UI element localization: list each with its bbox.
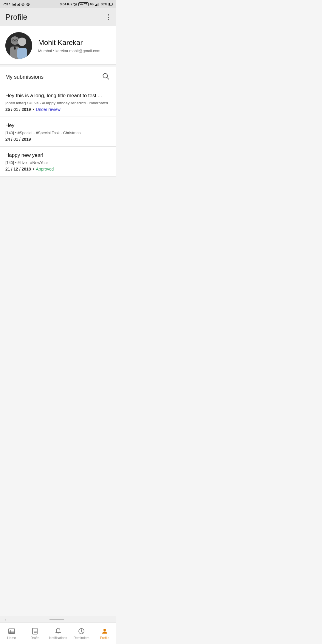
submission-status-3: Approved (36, 167, 54, 171)
profile-info: Mohit Karekar Mumbai • karekar.mohit@gma… (38, 38, 111, 53)
profile-meta: Mumbai • karekar.mohit@gmail.com (38, 49, 111, 53)
submission-title-2: Hey (5, 122, 111, 129)
sim-icon (13, 3, 16, 6)
submission-meta-3: [140] • #Live - #NewYear (5, 160, 111, 165)
submission-date-1: 25 / 01 / 2019 • Under review (5, 107, 111, 112)
submission-item-3[interactable]: Happy new year! [140] • #Live - #NewYear… (0, 147, 116, 177)
submission-category-3: [140] (5, 160, 14, 165)
media-icon (21, 3, 25, 6)
search-button[interactable] (101, 71, 111, 83)
network-speed: 3.04 K/s (60, 2, 72, 6)
status-left: 7:37 (3, 2, 30, 6)
profile-section: Mohit Karekar Mumbai • karekar.mohit@gma… (0, 26, 116, 65)
submission-meta-1: [open letter] • #Live - #HappyBirthdayBe… (5, 101, 111, 105)
submission-item-1[interactable]: Hey this is a long, long title meant to … (0, 87, 116, 117)
sim2-icon (17, 3, 20, 6)
submission-item-2[interactable]: Hey [140] • #Special - #Special Task - C… (0, 117, 116, 147)
page-title: Profile (5, 13, 27, 22)
submission-category-2: [140] (5, 131, 14, 135)
main-content: Mohit Karekar Mumbai • karekar.mohit@gma… (0, 26, 116, 206)
profile-name: Mohit Karekar (38, 38, 111, 47)
submission-date-3: 21 / 12 / 2018 • Approved (5, 167, 111, 171)
submission-meta-2: [140] • #Special - #Special Task - Chris… (5, 131, 111, 135)
submission-tags-2: #Special - #Special Task - Christmas (18, 131, 80, 135)
more-dot-3 (108, 19, 109, 20)
signal-icons (13, 3, 30, 6)
signal-bars-icon (95, 3, 100, 6)
svg-rect-3 (18, 4, 19, 5)
svg-rect-14 (109, 3, 110, 5)
app-bar: Profile (0, 8, 116, 26)
submission-title-1: Hey this is a long, long title meant to … (5, 92, 111, 99)
more-dot-1 (108, 14, 109, 16)
svg-rect-8 (95, 5, 96, 6)
battery-level: 36% (101, 2, 107, 6)
profile-separator: • (53, 49, 55, 53)
more-menu-button[interactable] (106, 13, 111, 22)
status-right: 3.04 K/s VoLTE 4G 36% (60, 2, 113, 6)
submission-title-3: Happy new year! (5, 152, 111, 159)
svg-rect-9 (96, 4, 97, 6)
svg-rect-13 (113, 4, 113, 5)
submission-date-2: 24 / 01 / 2019 (5, 137, 111, 142)
svg-rect-19 (17, 48, 27, 59)
svg-point-18 (18, 38, 26, 46)
submissions-header: My submissions (0, 67, 116, 87)
search-icon (102, 72, 110, 80)
profile-location: Mumbai (38, 49, 52, 53)
profile-email: karekar.mohit@gmail.com (55, 49, 100, 53)
svg-point-5 (23, 4, 24, 5)
avatar-image (5, 32, 32, 59)
time-display: 7:37 (3, 2, 10, 6)
submission-category-1: [open letter] (5, 101, 26, 105)
google-icon (26, 3, 30, 6)
avatar (5, 32, 32, 59)
submission-tags-1: #Live - #HappyBirthdayBenedictCumberbatc… (29, 101, 108, 105)
more-dot-2 (108, 17, 109, 18)
volte-badge: VoLTE (78, 2, 88, 6)
svg-point-16 (11, 36, 19, 45)
svg-rect-11 (98, 3, 99, 6)
submission-status-1: Under review (36, 107, 60, 112)
battery-icon (109, 3, 113, 6)
alarm-icon (73, 3, 77, 6)
svg-rect-1 (13, 4, 15, 5)
svg-line-25 (107, 78, 109, 80)
status-bar: 7:37 3.04 K/s VoLTE 4G 36% (0, 0, 116, 8)
submissions-title: My submissions (5, 74, 44, 80)
submission-tags-3: #Live - #NewYear (18, 160, 48, 165)
network-type: 4G (90, 3, 94, 6)
svg-rect-10 (97, 4, 98, 6)
